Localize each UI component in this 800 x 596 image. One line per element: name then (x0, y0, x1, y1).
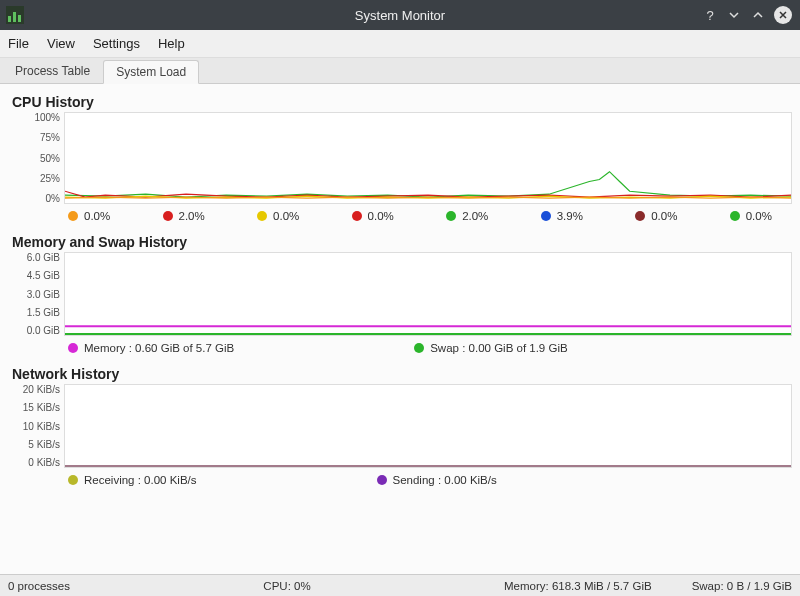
legend-dot-icon (257, 211, 267, 221)
axis-tick: 10 KiB/s (23, 421, 60, 432)
legend-label: 2.0% (462, 210, 488, 222)
legend-item: 0.0% (352, 210, 394, 222)
axis-tick: 50% (40, 153, 60, 164)
legend-item: 0.0% (68, 210, 110, 222)
legend-label: 2.0% (179, 210, 205, 222)
axis-tick: 3.0 GiB (27, 289, 60, 300)
network-section-title: Network History (12, 366, 792, 382)
legend-dot-icon (377, 475, 387, 485)
cpu-y-axis: 100%75%50%25%0% (8, 112, 64, 204)
legend-dot-icon (68, 211, 78, 221)
legend-label: Sending : 0.00 KiB/s (393, 474, 497, 486)
legend-label: 0.0% (651, 210, 677, 222)
cpu-plot (64, 112, 792, 204)
help-icon[interactable]: ? (702, 7, 718, 23)
maximize-icon[interactable] (750, 7, 766, 23)
close-icon[interactable] (774, 6, 792, 24)
network-y-axis: 20 KiB/s15 KiB/s10 KiB/s5 KiB/s0 KiB/s (8, 384, 64, 468)
legend-label: 0.0% (273, 210, 299, 222)
legend-item: Swap : 0.00 GiB of 1.9 GiB (414, 342, 567, 354)
legend-dot-icon (163, 211, 173, 221)
legend-dot-icon (446, 211, 456, 221)
legend-label: 3.9% (557, 210, 583, 222)
menu-settings[interactable]: Settings (93, 36, 140, 51)
tab-process-table[interactable]: Process Table (2, 59, 103, 83)
legend-item: 3.9% (541, 210, 583, 222)
tab-system-load[interactable]: System Load (103, 60, 199, 84)
menu-view[interactable]: View (47, 36, 75, 51)
axis-tick: 0 KiB/s (28, 457, 60, 468)
status-processes: 0 processes (8, 580, 70, 592)
axis-tick: 5 KiB/s (28, 439, 60, 450)
menu-file[interactable]: File (8, 36, 29, 51)
legend-dot-icon (68, 343, 78, 353)
legend-dot-icon (541, 211, 551, 221)
tabbar: Process Table System Load (0, 58, 800, 84)
window-controls: ? (702, 6, 800, 24)
minimize-icon[interactable] (726, 7, 742, 23)
memory-section-title: Memory and Swap History (12, 234, 792, 250)
axis-tick: 100% (34, 112, 60, 123)
legend-dot-icon (352, 211, 362, 221)
status-swap: Swap: 0 B / 1.9 GiB (692, 580, 792, 592)
legend-item: 2.0% (446, 210, 488, 222)
legend-item: 0.0% (635, 210, 677, 222)
axis-tick: 1.5 GiB (27, 307, 60, 318)
axis-tick: 0% (46, 193, 60, 204)
memory-chart: 6.0 GiB4.5 GiB3.0 GiB1.5 GiB0.0 GiB (8, 252, 792, 336)
cpu-section-title: CPU History (12, 94, 792, 110)
legend-label: 0.0% (746, 210, 772, 222)
legend-dot-icon (414, 343, 424, 353)
statusbar: 0 processes CPU: 0% Memory: 618.3 MiB / … (0, 574, 800, 596)
main-content: CPU History 100%75%50%25%0% 0.0%2.0%0.0%… (0, 84, 800, 574)
legend-item: 0.0% (730, 210, 772, 222)
memory-y-axis: 6.0 GiB4.5 GiB3.0 GiB1.5 GiB0.0 GiB (8, 252, 64, 336)
legend-item: Receiving : 0.00 KiB/s (68, 474, 197, 486)
legend-item: Sending : 0.00 KiB/s (377, 474, 497, 486)
status-memory: Memory: 618.3 MiB / 5.7 GiB (504, 580, 652, 592)
menu-help[interactable]: Help (158, 36, 185, 51)
memory-legend: Memory : 0.60 GiB of 5.7 GiBSwap : 0.00 … (8, 338, 792, 362)
legend-item: 0.0% (257, 210, 299, 222)
legend-dot-icon (730, 211, 740, 221)
legend-dot-icon (68, 475, 78, 485)
axis-tick: 6.0 GiB (27, 252, 60, 263)
axis-tick: 0.0 GiB (27, 325, 60, 336)
window-title: System Monitor (0, 8, 800, 23)
legend-label: 0.0% (84, 210, 110, 222)
menubar: File View Settings Help (0, 30, 800, 58)
axis-tick: 4.5 GiB (27, 270, 60, 281)
legend-dot-icon (635, 211, 645, 221)
app-icon (6, 6, 24, 24)
status-cpu: CPU: 0% (263, 580, 310, 592)
legend-label: Receiving : 0.00 KiB/s (84, 474, 197, 486)
axis-tick: 15 KiB/s (23, 402, 60, 413)
legend-label: Memory : 0.60 GiB of 5.7 GiB (84, 342, 234, 354)
legend-label: 0.0% (368, 210, 394, 222)
axis-tick: 25% (40, 173, 60, 184)
cpu-chart: 100%75%50%25%0% (8, 112, 792, 204)
titlebar: System Monitor ? (0, 0, 800, 30)
axis-tick: 20 KiB/s (23, 384, 60, 395)
memory-plot (64, 252, 792, 336)
network-plot (64, 384, 792, 468)
legend-item: 2.0% (163, 210, 205, 222)
axis-tick: 75% (40, 132, 60, 143)
network-chart: 20 KiB/s15 KiB/s10 KiB/s5 KiB/s0 KiB/s (8, 384, 792, 468)
cpu-legend: 0.0%2.0%0.0%0.0%2.0%3.9%0.0%0.0% (8, 206, 792, 230)
legend-label: Swap : 0.00 GiB of 1.9 GiB (430, 342, 567, 354)
legend-item: Memory : 0.60 GiB of 5.7 GiB (68, 342, 234, 354)
network-legend: Receiving : 0.00 KiB/sSending : 0.00 KiB… (8, 470, 792, 494)
